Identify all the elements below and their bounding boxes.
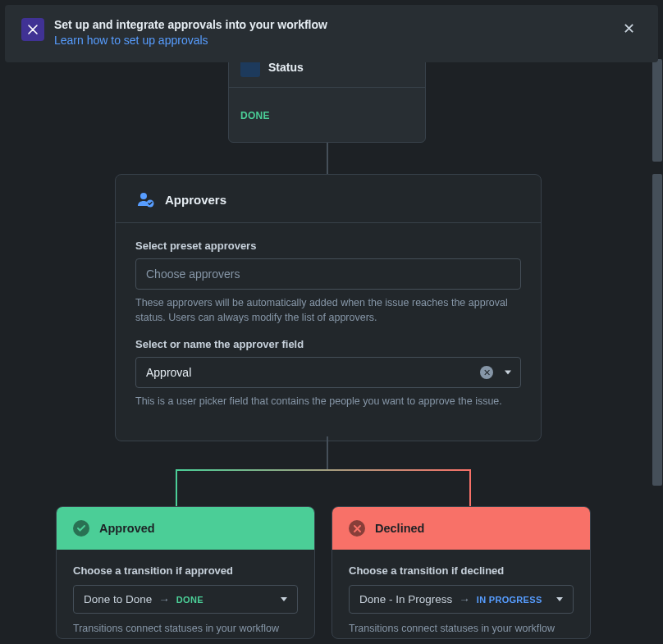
- approved-card: Approved Choose a transition if approved…: [56, 506, 315, 639]
- approved-help: Transitions connect statuses in your wor…: [73, 622, 298, 637]
- connector-line: [327, 143, 328, 174]
- chevron-down-icon: [556, 597, 563, 601]
- chevron-down-icon: [281, 597, 287, 601]
- approvers-card: Approvers Select preset approvers These …: [115, 174, 542, 441]
- result-row: Approved Choose a transition if approved…: [56, 506, 591, 639]
- approvers-header: Approvers: [116, 175, 541, 223]
- approved-transition-text: Done to Done: [84, 593, 152, 605]
- preset-approvers-help: These approvers will be automatically ad…: [135, 296, 521, 325]
- workflow-icon: [21, 18, 44, 41]
- close-icon: ✕: [623, 21, 635, 37]
- connector-line: [327, 436, 328, 469]
- declined-header: Declined: [332, 507, 590, 550]
- declined-help: Transitions connect statuses in your wor…: [349, 622, 574, 637]
- approver-field-help: This is a user picker field that contain…: [135, 395, 521, 409]
- status-node-title: Status: [268, 61, 304, 74]
- declined-transition-select[interactable]: Done - In Progress → IN PROGRESS: [349, 585, 574, 614]
- approved-header: Approved: [57, 507, 314, 550]
- workflow-canvas: Status DONE Approvers Select preset appr…: [0, 59, 647, 644]
- declined-title: Declined: [375, 522, 424, 535]
- approver-field-select[interactable]: Approval ✕: [135, 357, 521, 388]
- setup-banner: Set up and integrate approvals into your…: [5, 5, 658, 62]
- svg-point-0: [140, 193, 147, 199]
- x-icon: [349, 520, 365, 537]
- declined-transition-text: Done - In Progress: [359, 593, 452, 605]
- banner-learn-link[interactable]: Learn how to set up approvals: [54, 34, 208, 47]
- scrollbar-thumb[interactable]: [652, 59, 662, 162]
- vertical-scrollbar[interactable]: [652, 59, 663, 644]
- approved-transition-label: Choose a transition if approved: [73, 564, 298, 577]
- banner-title: Set up and integrate approvals into your…: [54, 18, 616, 31]
- preset-approvers-label: Select preset approvers: [135, 240, 521, 252]
- approvers-icon: [135, 190, 155, 209]
- arrow-right-icon: →: [158, 593, 170, 605]
- declined-card: Declined Choose a transition if declined…: [332, 506, 591, 639]
- status-badge: DONE: [240, 110, 270, 121]
- approved-status-pill: DONE: [176, 595, 203, 605]
- status-node-body: DONE: [229, 88, 425, 142]
- preset-approvers-input[interactable]: [135, 258, 521, 290]
- banner-close-button[interactable]: ✕: [616, 18, 642, 39]
- chevron-down-icon: [505, 371, 511, 375]
- approved-title: Approved: [99, 522, 155, 535]
- approved-transition-select[interactable]: Done to Done → DONE: [73, 585, 298, 614]
- approver-field-label: Select or name the approver field: [135, 338, 521, 350]
- clear-icon[interactable]: ✕: [480, 366, 493, 379]
- declined-transition-label: Choose a transition if declined: [349, 564, 574, 577]
- banner-text: Set up and integrate approvals into your…: [54, 18, 616, 48]
- arrow-right-icon: →: [459, 593, 470, 605]
- status-node: Status DONE: [228, 59, 426, 143]
- approver-field-block: Select or name the approver field Approv…: [116, 338, 541, 409]
- approvers-title: Approvers: [165, 193, 226, 207]
- declined-body: Choose a transition if declined Done - I…: [332, 550, 590, 638]
- preset-approvers-field: Select preset approvers These approvers …: [116, 240, 541, 325]
- approved-body: Choose a transition if approved Done to …: [57, 550, 314, 638]
- scrollbar-thumb[interactable]: [652, 174, 662, 486]
- check-icon: [73, 520, 89, 537]
- status-node-header: Status: [229, 59, 425, 88]
- approver-field-value[interactable]: Approval: [135, 357, 521, 388]
- declined-status-pill: IN PROGRESS: [477, 595, 542, 605]
